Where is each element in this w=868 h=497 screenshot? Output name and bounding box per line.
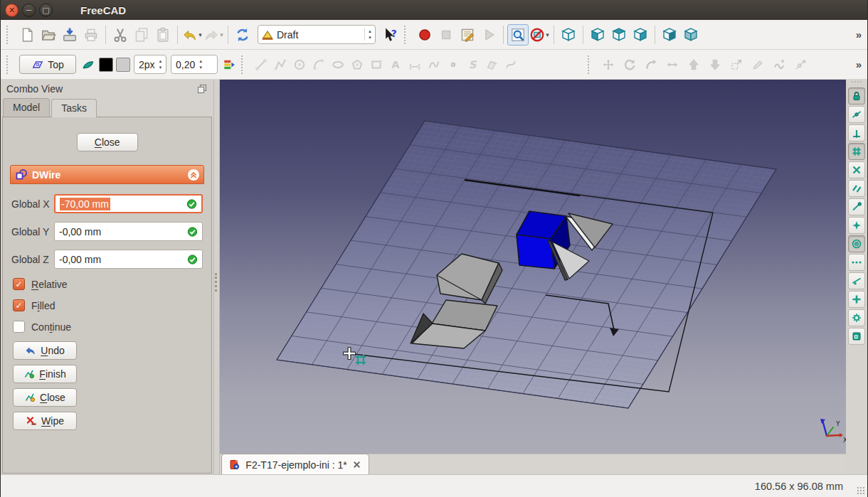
toolbar-overflow-button[interactable]: » — [853, 28, 864, 41]
toolbar-handle[interactable] — [588, 55, 595, 74]
draft-offset-button[interactable] — [640, 54, 662, 75]
draft-trimex-button[interactable] — [662, 54, 683, 75]
draft-shapestring-button[interactable] — [462, 54, 482, 75]
copy-button[interactable]: ▾ — [131, 24, 152, 46]
spin-arrows[interactable]: ▲▼ — [159, 58, 163, 70]
toolbar-overflow-button[interactable]: » — [853, 58, 864, 70]
snap-angle-button[interactable] — [848, 217, 865, 234]
snap-intersection-button[interactable] — [848, 161, 865, 178]
draft-wire-to-bspline-button[interactable] — [768, 54, 790, 75]
new-file-button[interactable]: ▾ — [16, 24, 38, 46]
draft-polygon-button[interactable] — [347, 54, 366, 75]
draft-point-button[interactable] — [443, 54, 462, 75]
global-y-field[interactable]: -0,00 mm — [54, 222, 203, 241]
text-scale-spinbox[interactable]: 0,20 ▲▼ — [171, 55, 218, 74]
resize-grip[interactable] — [857, 486, 866, 496]
snap-ortho-button[interactable] — [848, 291, 865, 308]
draft-circle-button[interactable] — [290, 54, 309, 75]
draft-downgrade-button[interactable] — [704, 54, 726, 75]
autogroup-button[interactable] — [220, 55, 238, 74]
draft-wire-button[interactable] — [270, 54, 290, 75]
tab-model[interactable]: Model — [3, 98, 50, 117]
view-front-button[interactable]: ▾ — [587, 24, 608, 46]
draft-edit-button[interactable] — [747, 54, 768, 75]
undo-button[interactable]: ▾ — [181, 24, 203, 46]
macro-stop-button[interactable]: ▾ — [435, 24, 457, 46]
draft-line-button[interactable] — [251, 54, 270, 75]
draft-rectangle-button[interactable] — [366, 54, 386, 75]
face-color-swatch[interactable] — [116, 58, 130, 72]
draft-dimension-button[interactable] — [405, 54, 424, 75]
global-z-field[interactable]: -0,00 mm — [54, 250, 203, 269]
toolbar-handle[interactable] — [404, 26, 411, 44]
document-tab[interactable]: F2-T17-ejemplo-ini : 1* — [221, 454, 369, 475]
line-color-swatch[interactable] — [99, 58, 113, 72]
draft-bspline-button[interactable] — [424, 54, 443, 75]
view-top-button[interactable]: ▾ — [608, 24, 630, 46]
finish-task-button[interactable]: Finish — [13, 365, 77, 383]
snap-parallel-button[interactable] — [848, 180, 865, 197]
toolbar-handle[interactable] — [852, 81, 862, 86]
draft-facebinder-button[interactable] — [482, 54, 501, 75]
paste-button[interactable]: ▾ — [152, 24, 174, 46]
tab-tasks[interactable]: Tasks — [51, 99, 97, 117]
snap-grid-button[interactable] — [848, 143, 865, 160]
draft-rotate-button[interactable] — [619, 54, 640, 75]
window-minimize-button[interactable]: ─ — [22, 4, 36, 17]
toolbar-handle[interactable] — [6, 26, 14, 44]
workbench-selector[interactable]: Draft ▲▼ — [258, 25, 376, 44]
view-axonometric-button[interactable]: ▾ — [558, 24, 579, 46]
global-x-field[interactable]: -70,00 mm — [54, 194, 203, 213]
task-close-button[interactable]: Close — [77, 133, 138, 151]
spin-arrows[interactable]: ▲▼ — [199, 58, 203, 70]
close-task-button[interactable]: Close — [13, 388, 77, 407]
view-bottom-button[interactable]: ▾ — [680, 24, 702, 46]
snap-lock-button[interactable] — [848, 87, 865, 105]
snap-extension-button[interactable] — [848, 254, 865, 271]
refresh-button[interactable] — [232, 24, 253, 46]
dwire-section-header[interactable]: DWire — [10, 165, 204, 184]
snap-perpendicular-button[interactable] — [848, 124, 865, 141]
redo-button[interactable]: ▾ — [203, 24, 224, 46]
tab-close-icon[interactable] — [352, 460, 361, 469]
snap-midpoint-button[interactable] — [848, 106, 865, 123]
draft-arc-button[interactable] — [309, 54, 328, 75]
wipe-task-button[interactable]: Wipe — [13, 412, 77, 430]
toolbar-handle[interactable] — [241, 55, 248, 74]
macro-play-button[interactable]: ▾ — [478, 24, 499, 46]
panel-float-icon[interactable] — [196, 83, 208, 95]
workbench-spinner[interactable]: ▲▼ — [364, 28, 372, 41]
save-button[interactable]: ▾ — [59, 24, 80, 46]
draft-text-button[interactable] — [386, 54, 405, 75]
snap-center-button[interactable] — [848, 235, 865, 252]
draft-bezier-button[interactable] — [501, 54, 520, 75]
window-maximize-button[interactable]: ▢ — [39, 4, 53, 17]
draw-style-button[interactable]: ▾ — [529, 24, 550, 46]
snap-working-plane-button[interactable] — [848, 328, 865, 345]
3d-viewport[interactable]: Y X — [220, 80, 846, 454]
working-plane-button[interactable]: Top — [19, 55, 76, 74]
macro-edit-button[interactable]: ▾ — [457, 24, 478, 46]
construction-mode-toggle[interactable] — [79, 55, 97, 74]
draft-add-point-button[interactable] — [790, 54, 811, 75]
snap-endpoint-button[interactable] — [848, 198, 865, 215]
relative-checkbox[interactable] — [13, 278, 25, 290]
view-rear-button[interactable]: ▾ — [659, 24, 680, 46]
window-close-button[interactable]: ✕ — [5, 4, 18, 17]
snap-special-button[interactable] — [848, 309, 865, 326]
snap-near-button[interactable] — [848, 272, 865, 289]
collapse-section-button[interactable] — [188, 169, 199, 181]
fit-all-button[interactable]: ▾ — [507, 24, 529, 46]
view-right-button[interactable]: ▾ — [630, 24, 651, 46]
panel-splitter[interactable] — [213, 80, 220, 475]
line-width-spinbox[interactable]: 2px ▲▼ — [134, 55, 166, 74]
whats-this-button[interactable] — [380, 24, 401, 46]
filled-checkbox[interactable] — [13, 299, 25, 311]
draft-ellipse-button[interactable] — [328, 54, 347, 75]
undo-task-button[interactable]: Undo — [13, 341, 77, 360]
open-file-button[interactable]: ▾ — [38, 24, 59, 46]
splitter-handle[interactable] — [215, 273, 219, 292]
cut-button[interactable]: ▾ — [110, 24, 131, 46]
draft-move-button[interactable] — [598, 54, 619, 75]
print-button[interactable]: ▾ — [80, 24, 102, 46]
